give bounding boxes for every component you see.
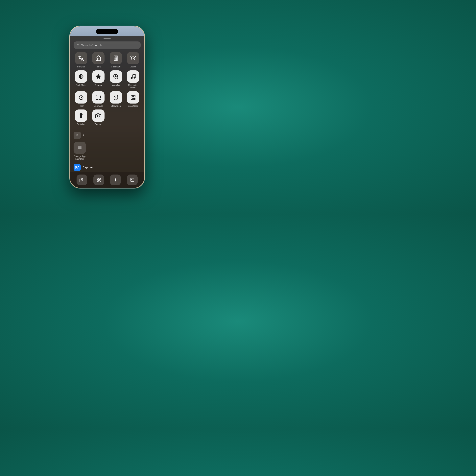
capture-icon: [74, 164, 81, 171]
svg-line-19: [117, 78, 118, 79]
scan-code-label: Scan Code: [128, 105, 138, 107]
stopwatch-label: Stopwatch: [111, 105, 120, 107]
dark-mode-label: Dark Mode: [76, 84, 86, 86]
add-icon-small: [74, 132, 81, 139]
control-recognize-music[interactable]: Recognize Music: [126, 70, 141, 89]
add-controls-section: Change AppLauncher: [70, 132, 144, 160]
svg-rect-37: [135, 98, 135, 99]
translate-label: Translate: [77, 66, 85, 68]
search-icon: [77, 44, 80, 47]
add-row: [74, 132, 141, 139]
calculator-icon-bg: [110, 52, 122, 64]
flashlight-icon-bg: [75, 109, 87, 122]
svg-rect-35: [135, 99, 135, 100]
phone-screen-container: Search Controls: [70, 26, 144, 188]
alarm-icon-bg: [127, 52, 139, 64]
change-app-label: Change AppLauncher: [74, 155, 86, 160]
svg-rect-32: [131, 98, 133, 99]
control-calculator[interactable]: Calculator: [108, 52, 123, 68]
change-app-icon: [74, 142, 86, 154]
capture-label: Capture: [83, 166, 93, 169]
control-center-panel: Search Controls: [70, 36, 144, 188]
control-alarm[interactable]: Alarm: [126, 52, 141, 68]
svg-point-40: [97, 115, 99, 117]
svg-rect-50: [97, 180, 98, 182]
control-home[interactable]: Home: [91, 52, 106, 68]
svg-rect-33: [134, 95, 135, 97]
control-shortcut[interactable]: Shortcut: [91, 70, 106, 89]
svg-point-48: [81, 180, 83, 181]
phone-frame: Search Controls: [69, 26, 145, 188]
control-stopwatch[interactable]: Stopwatch: [108, 91, 123, 107]
flashlight-label: Flashlight: [77, 123, 85, 126]
svg-line-30: [118, 95, 118, 96]
shortcut-icon-bg: [92, 70, 104, 83]
dock-qr[interactable]: [93, 174, 104, 185]
svg-line-14: [131, 56, 132, 57]
translate-icon-bg: [75, 52, 87, 64]
magnifier-label: Magnifier: [111, 84, 120, 86]
dark-mode-icon-bg: [75, 70, 87, 83]
svg-marker-17: [96, 74, 101, 79]
timer-icon-bg: [75, 91, 87, 103]
search-placeholder: Search Controls: [81, 43, 102, 47]
dock-camera[interactable]: [77, 174, 87, 185]
recognize-music-icon-bg: [127, 70, 139, 83]
svg-rect-52: [99, 180, 100, 181]
bottom-dock: [70, 172, 144, 188]
magnifier-icon-bg: [110, 70, 122, 83]
svg-point-22: [131, 77, 133, 79]
dock-photos[interactable]: [127, 174, 138, 185]
drag-handle[interactable]: [103, 38, 111, 39]
svg-line-15: [135, 56, 136, 57]
capture-section: Capture: [70, 164, 144, 173]
stopwatch-icon-bg: [110, 91, 122, 103]
open-app-label: Open App: [94, 105, 103, 107]
control-flashlight[interactable]: Flashlight: [74, 109, 89, 126]
control-scan-code[interactable]: Scan Code: [126, 91, 141, 107]
svg-rect-34: [134, 98, 135, 99]
svg-point-47: [77, 167, 78, 168]
dynamic-island: [96, 29, 118, 34]
alarm-label: Alarm: [131, 66, 136, 68]
screen-wallpaper: Search Controls: [70, 26, 144, 188]
camera-label: Camera: [95, 123, 102, 126]
control-camera[interactable]: Camera: [91, 109, 106, 126]
svg-rect-31: [131, 95, 133, 97]
open-app-icon-bg: [92, 91, 104, 103]
control-magnifier[interactable]: Magnifier: [108, 70, 123, 89]
svg-rect-51: [99, 178, 100, 180]
camera-icon-bg: [92, 109, 104, 122]
svg-rect-26: [96, 95, 101, 100]
control-timer[interactable]: Timer: [74, 91, 89, 107]
control-dark-mode[interactable]: Dark Mode: [74, 70, 89, 89]
svg-rect-49: [97, 178, 98, 180]
svg-rect-53: [100, 181, 100, 182]
recognize-music-label: Recognize Music: [126, 84, 141, 89]
svg-point-23: [134, 77, 136, 78]
controls-grid: Translate Home: [70, 52, 144, 128]
search-bar[interactable]: Search Controls: [74, 41, 141, 49]
dock-add[interactable]: [110, 174, 121, 185]
add-dot: [83, 135, 84, 136]
svg-point-57: [131, 179, 132, 180]
control-translate[interactable]: Translate: [74, 52, 89, 68]
timer-label: Timer: [79, 105, 84, 107]
home-label: Home: [96, 66, 101, 68]
change-app-launcher[interactable]: Change AppLauncher: [74, 142, 141, 160]
section-divider-2: [74, 162, 141, 162]
calculator-label: Calculator: [111, 66, 120, 68]
home-icon-bg: [92, 52, 104, 64]
control-open-app[interactable]: Open App: [91, 91, 106, 107]
shortcut-label: Shortcut: [95, 84, 102, 86]
svg-line-1: [79, 46, 79, 46]
scan-code-icon-bg: [127, 91, 139, 103]
section-divider-1: [74, 129, 141, 129]
svg-rect-36: [134, 99, 135, 100]
